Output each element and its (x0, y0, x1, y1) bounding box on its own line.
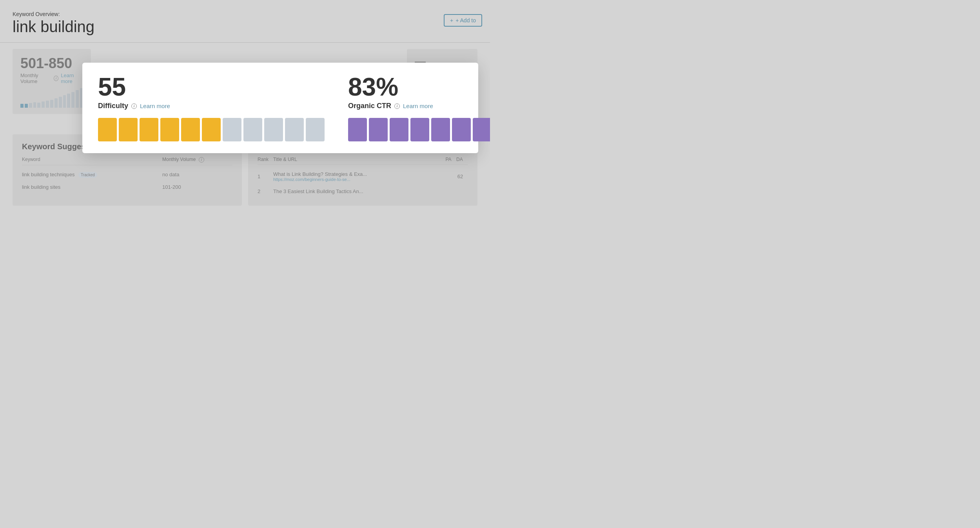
keyword-row-1: link building techniques Tracked no data (22, 168, 232, 181)
ctr-seg-block-2 (369, 118, 388, 141)
organic-ctr-label: Organic CTR (348, 102, 391, 110)
keyword-2-volume: 101-200 (162, 184, 232, 190)
difficulty-learn-more[interactable]: Learn more (140, 103, 170, 109)
ctr-seg-block-7 (473, 118, 490, 141)
ctr-seg-block-5 (431, 118, 450, 141)
difficulty-value: 55 (98, 74, 325, 99)
organic-ctr-seg-bar (348, 118, 490, 141)
ctr-seg-block-1 (348, 118, 367, 141)
col-pa-header: PA (441, 157, 456, 162)
seg-block-5 (181, 118, 200, 141)
difficulty-metric: 55 Difficulty i Learn more (98, 74, 325, 141)
serp-analysis-header: Rank Title & URL PA DA (258, 157, 468, 165)
organic-ctr-label-row: Organic CTR i Learn more (348, 102, 490, 110)
seg-block-6 (202, 118, 221, 141)
difficulty-seg-bar (98, 118, 325, 141)
col-da-header: DA (456, 157, 468, 162)
col-volume-header: Monthly Volume i (162, 157, 232, 163)
keyword-suggestions-header: Keyword Monthly Volume i (22, 157, 232, 165)
monthly-volume-value: 501-850 (20, 55, 83, 72)
serp-pa-1: 62 (452, 174, 468, 179)
difficulty-label: Difficulty (98, 102, 128, 110)
tracked-badge-1: Tracked (78, 172, 97, 178)
page-title: link building (13, 18, 477, 35)
volume-col-info-icon: i (199, 157, 204, 163)
seg-block-3 (140, 118, 158, 141)
monthly-volume-learn-more[interactable]: Learn more (61, 72, 83, 84)
seg-block-1 (98, 118, 117, 141)
seg-block-7 (223, 118, 241, 141)
monthly-volume-chart (20, 88, 83, 108)
col-rank-header: Rank (258, 157, 273, 162)
monthly-volume-card: 501-850 Monthly Volume i Learn more (13, 49, 91, 114)
keyword-1-volume: no data (162, 172, 232, 177)
plus-icon: + (450, 17, 453, 24)
serp-row-1: 1 What is Link Building? Strategies & Ex… (258, 168, 468, 185)
keyword-row-2: link building sites 101-200 (22, 181, 232, 193)
serp-url-1[interactable]: https://moz.com/beginners-guide-to-se... (273, 177, 452, 182)
seg-block-10 (285, 118, 304, 141)
page-header: Keyword Overview: link building (0, 0, 490, 43)
focused-modal: 55 Difficulty i Learn more 83% Organic C… (82, 63, 478, 153)
serp-title-2: The 3 Easiest Link Building Tactics An..… (273, 188, 468, 194)
serp-rank-1: 1 (258, 174, 273, 179)
col-keyword-header: Keyword (22, 157, 162, 163)
page-subtitle: Keyword Overview: (13, 11, 477, 17)
organic-ctr-learn-more[interactable]: Learn more (403, 103, 433, 109)
seg-block-9 (264, 118, 283, 141)
seg-block-4 (160, 118, 179, 141)
organic-ctr-metric: 83% Organic CTR i Learn more (348, 74, 490, 141)
organic-ctr-info-icon: i (394, 103, 400, 109)
monthly-volume-label: Monthly Volume i Learn more (20, 72, 83, 84)
add-to-button[interactable]: + + Add to (444, 14, 482, 27)
keyword-1-text: link building techniques Tracked (22, 172, 162, 177)
serp-rank-2: 2 (258, 188, 273, 194)
keyword-2-text: link building sites (22, 184, 162, 190)
serp-row-2: 2 The 3 Easiest Link Building Tactics An… (258, 185, 468, 198)
seg-block-8 (243, 118, 262, 141)
serp-title-1: What is Link Building? Strategies & Exa.… (273, 171, 452, 182)
organic-ctr-value: 83% (348, 74, 490, 99)
ctr-seg-block-6 (452, 118, 471, 141)
monthly-volume-info-icon: i (54, 76, 58, 81)
ctr-seg-block-4 (410, 118, 429, 141)
seg-block-11 (306, 118, 325, 141)
seg-block-2 (119, 118, 138, 141)
difficulty-label-row: Difficulty i Learn more (98, 102, 325, 110)
difficulty-info-icon: i (131, 103, 137, 109)
ctr-seg-block-3 (390, 118, 408, 141)
col-title-header: Title & URL (273, 157, 441, 162)
